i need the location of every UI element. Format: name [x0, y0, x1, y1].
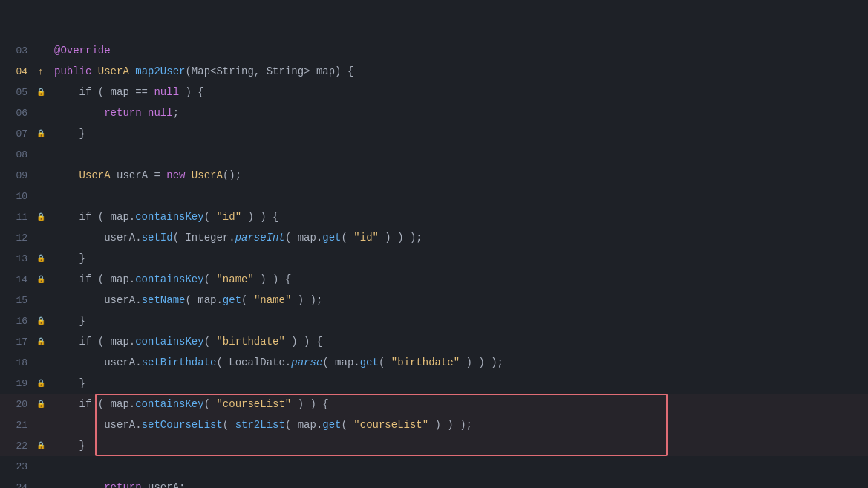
gutter-icon: 🔒	[33, 400, 48, 409]
gutter-icon: 🔒	[33, 275, 48, 284]
line-number: 18	[0, 357, 33, 368]
code-line: 03@Override	[0, 40, 868, 61]
code-token: if ( map.containsKey( "id" ) ) {	[48, 206, 868, 227]
gutter-icon: ↑	[33, 66, 48, 77]
code-line: 04↑public UserA map2User(Map<String, Str…	[0, 61, 868, 82]
code-token: }	[48, 435, 868, 456]
code-line: 07🔒 }	[0, 123, 868, 144]
code-line: 11🔒 if ( map.containsKey( "id" ) ) {	[0, 206, 868, 227]
code-token: }	[48, 310, 868, 331]
code-token: }	[48, 248, 868, 269]
code-token: UserA userA = new UserA();	[48, 165, 868, 186]
code-line: 06 return null;	[0, 103, 868, 123]
code-token: }	[48, 123, 868, 144]
code-token: if ( map.containsKey( "courseList" ) ) {	[48, 394, 868, 414]
gutter-icon: 🔒	[33, 129, 48, 138]
code-token: if ( map.containsKey( "name" ) ) {	[48, 269, 868, 290]
code-token: userA.setCourseList( str2List( map.get( …	[48, 414, 868, 435]
code-line: 15 userA.setName( map.get( "name" ) );	[0, 290, 868, 310]
line-number: 03	[0, 45, 33, 56]
line-number: 24	[0, 482, 33, 489]
code-line: 08	[0, 144, 868, 165]
line-number: 11	[0, 212, 33, 223]
gutter-icon: 🔒	[33, 379, 48, 388]
code-line: 23	[0, 456, 868, 477]
code-line: 19🔒 }	[0, 373, 868, 394]
gutter-icon: 🔒	[33, 316, 48, 325]
code-line: 10	[0, 186, 868, 206]
code-token: return null;	[48, 103, 868, 123]
code-line: 18 userA.setBirthdate( LocalDate.parse( …	[0, 352, 868, 373]
code-token: if ( map.containsKey( "birthdate" ) ) {	[48, 331, 868, 352]
line-number: 06	[0, 108, 33, 119]
editor: 03@Override04↑public UserA map2User(Map<…	[0, 0, 868, 488]
line-number: 23	[0, 461, 33, 472]
line-number: 07	[0, 128, 33, 140]
code-line: 21 userA.setCourseList( str2List( map.ge…	[0, 414, 868, 435]
code-line: 14🔒 if ( map.containsKey( "name" ) ) {	[0, 269, 868, 290]
line-number: 15	[0, 295, 33, 306]
code-line: 17🔒 if ( map.containsKey( "birthdate" ) …	[0, 331, 868, 352]
code-line: 20🔒 if ( map.containsKey( "courseList" )…	[0, 394, 868, 414]
line-number: 14	[0, 274, 33, 285]
code-line: 05🔒 if ( map == null ) {	[0, 82, 868, 103]
code-token: userA.setId( Integer.parseInt( map.get( …	[48, 227, 868, 248]
line-number: 22	[0, 440, 33, 452]
line-number: 12	[0, 232, 33, 244]
line-number: 09	[0, 170, 33, 181]
line-number: 21	[0, 420, 33, 431]
code-token: return userA;	[48, 477, 868, 488]
gutter-icon: 🔒	[33, 337, 48, 346]
code-token: }	[48, 373, 868, 394]
code-token: if ( map == null ) {	[48, 82, 868, 103]
gutter-icon: 🔒	[33, 88, 48, 97]
line-number: 05	[0, 87, 33, 98]
gutter-icon: 🔒	[33, 212, 48, 221]
code-line: 13🔒 }	[0, 248, 868, 269]
line-number: 19	[0, 378, 33, 389]
line-number: 04	[0, 66, 33, 77]
line-number: 16	[0, 316, 33, 327]
line-number: 10	[0, 191, 33, 202]
line-number: 13	[0, 253, 33, 264]
code-token: @Override	[48, 40, 868, 61]
code-line	[0, 19, 868, 40]
code-token: userA.setBirthdate( LocalDate.parse( map…	[48, 352, 868, 373]
gutter-icon: 🔒	[33, 441, 48, 450]
line-number: 17	[0, 336, 33, 348]
code-token: userA.setName( map.get( "name" ) );	[48, 290, 868, 310]
code-line: 09 UserA userA = new UserA();	[0, 165, 868, 186]
line-number: 20	[0, 399, 33, 410]
gutter-icon: 🔒	[33, 254, 48, 263]
code-line: 22🔒 }	[0, 435, 868, 456]
code-token: public UserA map2User(Map<String, String…	[48, 61, 868, 82]
no-usages-label	[0, 3, 868, 19]
code-line: 16🔒 }	[0, 310, 868, 331]
code-line: 12 userA.setId( Integer.parseInt( map.ge…	[0, 227, 868, 248]
line-number: 08	[0, 149, 33, 160]
code-line: 24 return userA;	[0, 477, 868, 488]
